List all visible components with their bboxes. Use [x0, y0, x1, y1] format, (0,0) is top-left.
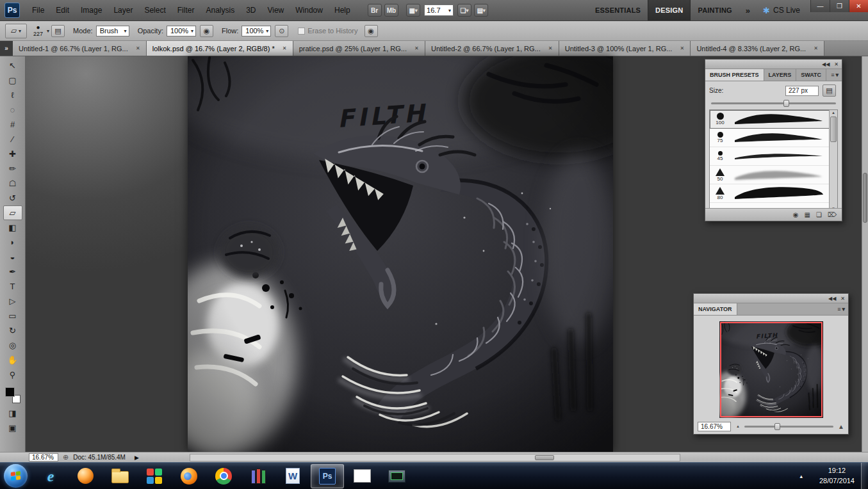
close-icon[interactable]: ✕ — [413, 44, 421, 52]
collapse-panel-icon[interactable]: ◀◀ — [822, 61, 830, 67]
document-tab[interactable]: Untitled-1 @ 66.7% (Layer 1, RG... ✕ — [13, 41, 147, 56]
tab-swatches[interactable]: SWATC — [796, 69, 826, 81]
zoom-in-mountain-icon[interactable]: ▲ — [838, 423, 844, 430]
erase-to-history-checkbox[interactable] — [298, 28, 305, 35]
color-swatches[interactable] — [4, 387, 21, 404]
menu-3d[interactable]: 3D — [240, 0, 261, 20]
navigator-zoom-slider[interactable] — [744, 422, 833, 431]
document-tab-active[interactable]: lolkok.psd @ 16.7% (Layer 2, RGB/8) * ✕ — [147, 41, 293, 56]
panel-menu-button[interactable]: ≡ ▾ — [828, 69, 842, 81]
close-icon[interactable]: ✕ — [546, 44, 555, 52]
close-icon[interactable]: ✕ — [678, 44, 686, 52]
tablet-pressure-size-button[interactable]: ◉ — [364, 25, 378, 37]
panel-collapse-icon[interactable]: » — [0, 41, 13, 56]
show-hidden-icons-arrow[interactable]: ▴ — [799, 473, 803, 479]
taskbar-media-app[interactable] — [69, 464, 102, 488]
close-icon[interactable]: ✕ — [281, 44, 289, 52]
shape-tool[interactable]: ▭ — [3, 309, 22, 323]
taskbar-word[interactable]: W — [276, 464, 309, 488]
toggle-bristle-preview-button[interactable]: ▤ — [823, 84, 836, 97]
brush-preset-row[interactable]: 100 — [710, 110, 837, 129]
close-icon[interactable]: ✕ — [840, 296, 845, 301]
quick-mask-button[interactable]: ◨ — [3, 406, 22, 421]
move-tool[interactable]: ↖ — [3, 58, 22, 73]
workspace-painting[interactable]: PAINTING — [691, 0, 739, 20]
taskbar-firefox[interactable] — [172, 464, 206, 488]
document-tab[interactable]: Untitled-3 @ 100% (Layer 1, RG... ✕ — [559, 41, 691, 56]
brush-list-scrollbar[interactable]: ▲ ▼ — [829, 110, 837, 211]
close-button[interactable]: ✕ — [849, 0, 868, 12]
scroll-up-icon[interactable]: ▲ — [831, 111, 835, 115]
quick-selection-tool[interactable]: ◌ — [3, 102, 22, 117]
crop-tool[interactable]: # — [3, 117, 22, 132]
bridge-button[interactable]: Br — [368, 4, 382, 17]
eyedropper-tool[interactable]: ∕ — [3, 132, 22, 147]
vertical-scrollbar[interactable] — [862, 56, 868, 452]
menu-layer[interactable]: Layer — [108, 0, 138, 20]
taskbar-chrome[interactable] — [207, 464, 240, 488]
scrollbar-thumb[interactable] — [830, 116, 837, 142]
chevron-down-icon[interactable]: ▾ — [47, 28, 49, 34]
blur-tool[interactable]: ◗ — [3, 235, 22, 250]
collapse-panel-icon[interactable]: ◀◀ — [828, 296, 836, 301]
arrange-documents-button[interactable]: ❏▾ — [457, 4, 471, 17]
menu-window[interactable]: Window — [290, 0, 329, 20]
toggle-live-tip-icon[interactable]: ◉ — [793, 211, 799, 218]
flow-dropdown[interactable]: 100% ▾ — [242, 26, 271, 36]
document-tab[interactable]: pratice.psd @ 25% (Layer 1, RG... ✕ — [293, 41, 425, 56]
taskbar-internet-explorer[interactable]: e — [34, 464, 67, 488]
taskbar-recorder-app[interactable] — [380, 464, 413, 488]
taskbar-photo-viewer[interactable] — [345, 464, 379, 488]
panel-menu-button[interactable]: ≡ ▾ — [834, 303, 848, 315]
opacity-dropdown[interactable]: 100% ▾ — [167, 26, 196, 36]
dodge-tool[interactable]: ◒ — [3, 250, 22, 264]
brush-preset-row[interactable]: 45 — [710, 147, 837, 166]
brush-size-input[interactable]: 227 px — [785, 86, 819, 96]
navigator-view-box[interactable] — [720, 322, 823, 417]
navigator-thumbnail[interactable] — [719, 321, 823, 418]
brush-preset-row[interactable]: 50 — [710, 166, 837, 184]
vertical-scrollbar-thumb[interactable] — [863, 173, 867, 223]
horizontal-scrollbar-thumb[interactable] — [535, 455, 554, 460]
document-tab[interactable]: Untitled-2 @ 66.7% (Layer 1, RG... ✕ — [425, 41, 559, 56]
history-brush-tool[interactable]: ↺ — [3, 191, 22, 205]
zoom-tool[interactable]: ⚲ — [3, 367, 22, 382]
horizontal-scrollbar[interactable] — [190, 454, 680, 461]
menu-image[interactable]: Image — [75, 0, 108, 20]
brush-size-slider[interactable] — [711, 99, 836, 108]
zoom-level-field[interactable]: 16.7▾ — [424, 4, 454, 16]
mode-dropdown[interactable]: Brush ▾ — [96, 26, 129, 36]
menu-view[interactable]: View — [261, 0, 290, 20]
foreground-color-swatch[interactable] — [5, 387, 15, 397]
slider-thumb[interactable] — [774, 423, 780, 430]
type-tool[interactable]: T — [3, 279, 22, 294]
mini-bridge-button[interactable]: Mb — [384, 4, 398, 17]
cs-live-button[interactable]: ✱ CS Live — [763, 6, 800, 15]
pen-tool[interactable]: ✒ — [3, 264, 22, 279]
slider-thumb[interactable] — [783, 100, 789, 107]
screen-mode-toggle-button[interactable]: ▣ — [3, 421, 22, 435]
status-zoom-input[interactable]: 16.67% — [29, 453, 58, 461]
hand-tool[interactable]: ✋ — [3, 353, 22, 367]
show-desktop-button[interactable] — [861, 463, 868, 489]
tab-brush-presets[interactable]: BRUSH PRESETS — [705, 69, 764, 81]
clone-stamp-tool[interactable]: ☖ — [3, 176, 22, 191]
texture-icon[interactable]: ▦ — [804, 211, 810, 218]
status-flyout-arrow-icon[interactable]: ▶ — [135, 454, 139, 461]
lasso-tool[interactable]: ℓ — [3, 88, 22, 102]
path-selection-tool[interactable]: ▷ — [3, 294, 22, 309]
menu-filter[interactable]: Filter — [172, 0, 201, 20]
tab-navigator[interactable]: NAVIGATOR — [694, 303, 737, 315]
slider-track[interactable] — [744, 426, 833, 428]
document-tab[interactable]: Untitled-4 @ 8.33% (Layer 2, RG... ✕ — [691, 41, 824, 56]
restore-button[interactable]: ❐ — [830, 0, 849, 12]
menu-select[interactable]: Select — [138, 0, 171, 20]
menu-file[interactable]: File — [26, 0, 50, 20]
start-button[interactable] — [4, 464, 28, 488]
eraser-tool[interactable]: ▱ — [3, 205, 22, 220]
menu-help[interactable]: Help — [329, 0, 356, 20]
brush-tool[interactable]: ✏ — [3, 161, 22, 176]
minimize-button[interactable]: — — [810, 0, 830, 12]
photoshop-logo[interactable]: Ps — [4, 3, 20, 18]
screen-mode-button[interactable]: ▤▾ — [474, 4, 488, 17]
